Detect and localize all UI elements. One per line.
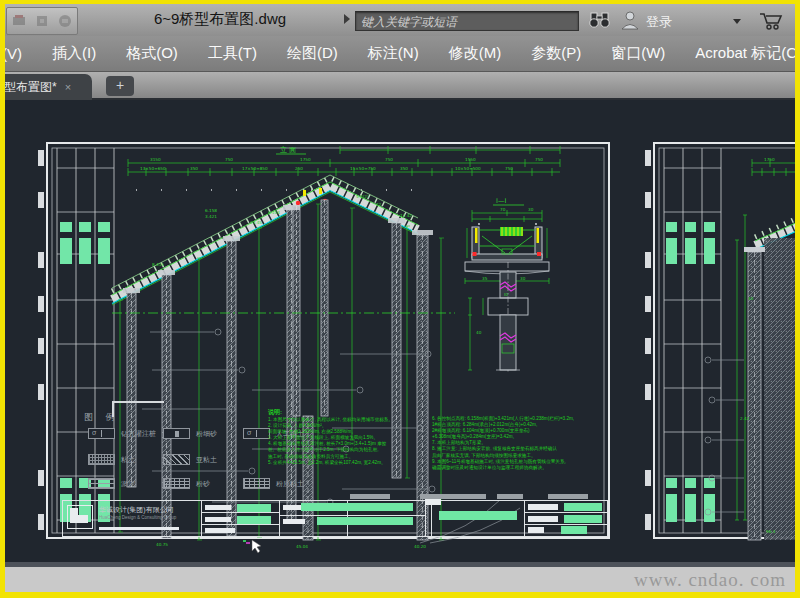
svg-text:70: 70 [500,207,506,212]
svg-text:30: 30 [528,207,534,212]
company-logo [67,505,93,529]
drawing-name-field [317,517,413,525]
user-icon[interactable] [620,10,640,30]
frame-border-right [795,0,800,598]
titleblock-top-cell [548,494,588,499]
pier-section-detail: Ⅰ—Ⅰ [465,197,549,372]
menu-tools[interactable]: 工具(T) [208,44,257,63]
frame-border-left [0,0,5,598]
svg-text:1750: 1750 [764,157,775,162]
svg-text:750: 750 [385,157,393,162]
titleblock-top-cell [497,494,523,499]
legend-swatch-sand [163,478,190,489]
legend-swatch-pile: σ [88,428,115,439]
login-dropdown-icon[interactable] [733,19,741,24]
svg-text:350: 350 [400,166,408,171]
svg-text:Ⅰ0: Ⅰ0 [504,292,508,297]
svg-text:1550: 1550 [465,157,476,162]
mouse-cursor [243,540,261,553]
drawing-tab-label: 型布置图* [4,79,57,96]
titleblock-field [564,515,602,523]
frame-border-bottom [0,592,800,598]
menu-dimension[interactable]: 标注(N) [368,44,419,63]
legend-item: σ 钻孔灌注桩 [88,428,156,439]
acrobat-mail-icon[interactable] [57,13,73,29]
search-expand-icon[interactable] [344,14,350,24]
svg-text:45.04: 45.04 [296,544,308,549]
cart-icon[interactable] [758,10,784,32]
svg-text:12.42: 12.42 [400,213,412,218]
search-binoculars-icon[interactable] [588,10,612,30]
legend-swatch-silt [243,478,270,489]
svg-text:40.75: 40.75 [156,542,168,547]
legend-swatch-bar [163,428,190,439]
legend-item: 亚粘土 [163,454,217,465]
company-name-en: HuaCheng Design & Consulting Group [99,515,176,520]
legend-item: 粉质粘土 [243,478,304,489]
svg-text:1750: 1750 [300,157,311,162]
legend-item: 粉细砂 [163,428,217,439]
titleblock-field [561,526,587,534]
new-tab-button[interactable]: + [106,76,134,96]
menu-parametric[interactable]: 参数(P) [531,44,581,63]
legend-title: 图 例 [84,406,120,424]
company-name: 华诚设计(集团)有限公司 [99,505,174,515]
frame-border-top [0,0,800,4]
legend-swatch-clay [88,454,115,465]
svg-text:17×50=850: 17×50=850 [242,166,268,171]
title-bar: 6~9桥型布置图.dwg 登录 [0,4,800,37]
menu-modify[interactable]: 修改(M) [449,44,502,63]
titleblock-field [564,503,602,511]
acrobat-convert-icon[interactable] [11,13,27,29]
adjacent-sheet-frame [645,143,800,540]
search-input[interactable] [356,13,578,31]
menu-format[interactable]: 格式(O) [126,44,178,63]
legend-item: 粘土 [88,454,135,465]
svg-text:30: 30 [520,276,526,281]
project-name-field [301,503,413,511]
notes-right-column: 6. 各控制点高程: 6.158m(桥面)+3.421m(人行道)+0.238m… [432,416,607,471]
legend-swatch-mud [88,478,115,489]
acrobat-batch-icon[interactable] [34,13,50,29]
menu-acrobat[interactable]: Acrobat 标记(C) [695,44,800,63]
titleblock-field [237,504,271,512]
file-tab-bar: 型布置图* × + [0,72,800,100]
section-title: Ⅰ—Ⅰ [496,197,506,205]
svg-text:350: 350 [190,166,198,171]
drawing-canvas[interactable]: 立 面 [0,100,800,562]
app-window: 6~9桥型布置图.dwg 登录 (V) 插入(I) 格式(O) 工具(T) 绘 [0,0,800,600]
svg-text:750: 750 [535,157,543,162]
quick-access-toolbar [6,7,78,35]
status-bar: www. cndao. com [0,567,800,592]
svg-text:35: 35 [482,276,488,281]
svg-text:40.20: 40.20 [414,544,426,549]
menu-insert[interactable]: 插入(I) [52,44,96,63]
drawing-tab[interactable]: 型布置图* × [0,74,92,100]
svg-text:750: 750 [225,157,233,162]
notes-left-column: 说明: 1. 本图尺寸均以厘米计, 高程以米计, 坐标均采用城市坐标系。 2. … [268,408,428,466]
svg-text:3.421: 3.421 [205,214,217,219]
sheet-title-field [439,511,517,520]
login-button[interactable]: 登录 [646,13,672,31]
svg-text:750: 750 [505,166,513,171]
svg-text:250: 250 [295,166,303,171]
titleblock-field [237,516,271,524]
svg-text:23.45: 23.45 [250,220,262,225]
menu-bar: (V) 插入(I) 格式(O) 工具(T) 绘图(D) 标注(N) 修改(M) … [0,36,800,72]
svg-text:3150: 3150 [150,157,161,162]
svg-text:40: 40 [748,296,754,301]
legend-swatch-silty-clay [163,454,190,465]
legend-bracket-line [112,401,114,417]
menu-draw[interactable]: 绘图(D) [287,44,338,63]
svg-text:8.415: 8.415 [152,262,164,267]
menu-view[interactable]: (V) [2,45,22,62]
search-box [355,11,579,31]
svg-text:40: 40 [476,330,482,335]
svg-text:4.4(2): 4.4(2) [356,194,369,199]
legend-item: 粉砂 [163,478,210,489]
svg-text:6.158: 6.158 [205,208,217,213]
svg-text:15×50=750: 15×50=750 [350,166,376,171]
menu-window[interactable]: 窗口(W) [611,44,665,63]
tab-close-icon[interactable]: × [65,81,71,93]
titleblock-top-cell [350,494,390,499]
